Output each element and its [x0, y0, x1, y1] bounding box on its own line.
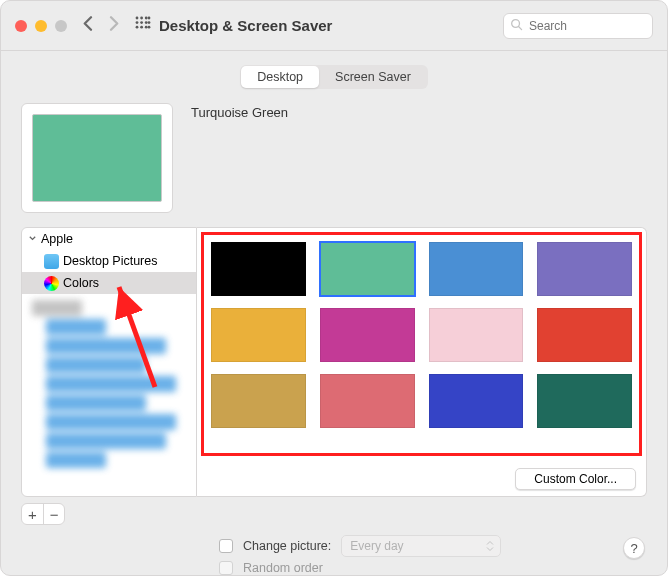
sidebar-group-apple[interactable]: Apple [22, 228, 196, 250]
source-sidebar: Apple Desktop Pictures Colors [21, 227, 197, 497]
color-swatch[interactable] [537, 242, 632, 296]
random-order-checkbox [219, 561, 233, 575]
random-order-row: Random order [219, 561, 647, 575]
titlebar: Desktop & Screen Saver [1, 1, 667, 51]
svg-line-13 [519, 26, 522, 29]
svg-point-10 [145, 25, 148, 28]
svg-point-9 [140, 25, 143, 28]
color-swatch[interactable] [320, 242, 415, 296]
change-picture-row: Change picture: Every day [219, 535, 647, 557]
change-interval-select: Every day [341, 535, 501, 557]
svg-point-11 [148, 25, 151, 28]
color-swatch[interactable] [211, 374, 306, 428]
preview-swatch [32, 114, 162, 202]
custom-color-button[interactable]: Custom Color... [515, 468, 636, 490]
color-grid [197, 228, 646, 436]
add-source-button[interactable]: + [22, 504, 44, 524]
remove-source-button[interactable]: − [44, 504, 65, 524]
change-interval-value: Every day [350, 539, 403, 553]
change-picture-checkbox[interactable] [219, 539, 233, 553]
color-swatch[interactable] [429, 308, 524, 362]
forward-button [106, 16, 121, 35]
sidebar-item-label: Colors [63, 276, 99, 290]
svg-point-3 [148, 16, 151, 19]
color-swatch[interactable] [211, 242, 306, 296]
close-window-button[interactable] [15, 20, 27, 32]
segmented-control: Desktop Screen Saver [240, 65, 428, 89]
svg-point-1 [140, 16, 143, 19]
prefs-window: Desktop & Screen Saver Desktop Screen Sa… [0, 0, 668, 576]
sidebar-group-label: Apple [41, 232, 73, 246]
color-swatch[interactable] [211, 308, 306, 362]
folder-icon [44, 254, 59, 269]
window-title: Desktop & Screen Saver [159, 17, 332, 34]
help-button[interactable]: ? [623, 537, 645, 559]
nav-buttons [81, 16, 121, 35]
add-remove-source: + − [21, 503, 65, 525]
show-all-icon[interactable] [135, 16, 151, 36]
sidebar-item-label: Desktop Pictures [63, 254, 157, 268]
desktop-preview [21, 103, 173, 213]
color-wheel-icon [44, 276, 59, 291]
sidebar-redacted [22, 300, 196, 468]
color-swatch[interactable] [537, 308, 632, 362]
sidebar-column: Apple Desktop Pictures Colors [21, 227, 197, 525]
search-input[interactable] [527, 18, 668, 34]
color-swatch[interactable] [320, 374, 415, 428]
disclosure-triangle-icon[interactable] [28, 232, 37, 246]
sidebar-item-desktop-pictures[interactable]: Desktop Pictures [22, 250, 196, 272]
search-field[interactable] [503, 13, 653, 39]
preview-row: Turquoise Green [21, 103, 647, 213]
help-icon: ? [630, 541, 637, 556]
up-down-caret-icon [486, 540, 494, 552]
svg-point-6 [145, 21, 148, 24]
picker-area: Apple Desktop Pictures Colors [21, 227, 647, 525]
current-wallpaper-name: Turquoise Green [191, 103, 288, 120]
minimize-window-button[interactable] [35, 20, 47, 32]
sidebar-item-colors[interactable]: Colors [22, 272, 196, 294]
color-swatch[interactable] [320, 308, 415, 362]
svg-point-8 [136, 25, 139, 28]
color-swatch[interactable] [429, 374, 524, 428]
change-picture-label: Change picture: [243, 539, 331, 553]
tab-bar: Desktop Screen Saver [1, 65, 667, 89]
svg-point-5 [140, 21, 143, 24]
tab-screensaver[interactable]: Screen Saver [319, 66, 427, 88]
color-grid-panel: Custom Color... [197, 227, 647, 497]
content-panel: Turquoise Green Apple Desktop Pictures [21, 103, 647, 575]
window-controls [15, 20, 67, 32]
back-button[interactable] [81, 16, 96, 35]
svg-point-7 [148, 21, 151, 24]
search-icon [510, 17, 523, 35]
tab-desktop[interactable]: Desktop [241, 66, 319, 88]
svg-point-2 [145, 16, 148, 19]
random-order-label: Random order [243, 561, 323, 575]
svg-point-0 [136, 16, 139, 19]
zoom-window-button[interactable] [55, 20, 67, 32]
svg-point-4 [136, 21, 139, 24]
color-swatch[interactable] [537, 374, 632, 428]
color-swatch[interactable] [429, 242, 524, 296]
